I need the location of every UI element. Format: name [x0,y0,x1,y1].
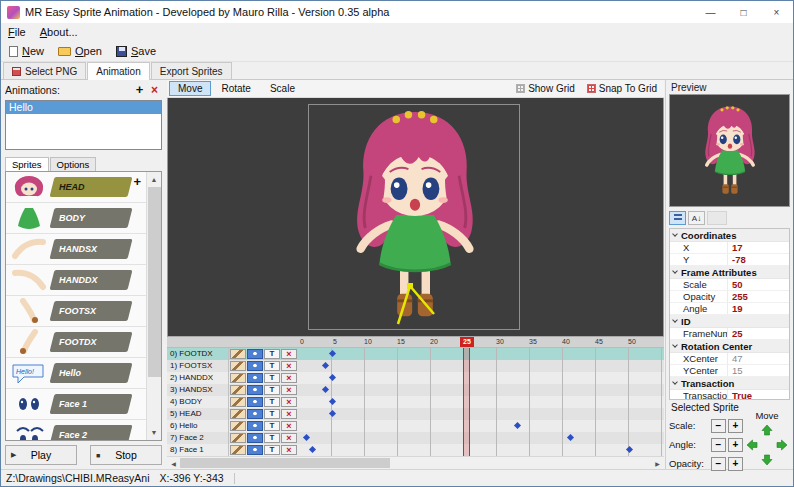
timeline-ruler[interactable]: 05101520253035404550 [167,337,664,348]
minimize-button[interactable]: — [694,1,727,23]
timeline-row-1-footsx[interactable]: 1) FOOTSXT× [167,360,664,372]
property-framenumbe[interactable]: FrameNumbe25 [670,328,789,340]
new-button[interactable]: New [3,44,50,58]
scroll-right-icon[interactable]: ▶ [651,457,664,469]
tab-sprites[interactable]: Sprites [5,157,49,171]
row-delete-button[interactable]: × [281,433,297,443]
property-category-rotation-center[interactable]: Rotation Center [670,340,789,353]
sprite-scroll-track[interactable] [147,187,162,425]
row-visibility-button[interactable] [247,397,263,407]
ruler-tick-30[interactable]: 30 [493,337,507,347]
ruler-tick-40[interactable]: 40 [559,337,573,347]
row-delete-button[interactable]: × [281,445,297,455]
timeline-row-4-body[interactable]: 4) BODYT× [167,396,664,408]
row-transform-button[interactable]: T [264,397,280,407]
move-left-button[interactable] [745,437,760,452]
timeline-track[interactable] [299,348,664,360]
row-delete-button[interactable]: × [281,349,297,359]
tab-animation[interactable]: Animation [87,62,149,80]
tab-select-png[interactable]: Select PNG [3,62,86,79]
ruler-tick-35[interactable]: 35 [526,337,540,347]
sprite-scroll-thumb[interactable] [148,187,161,377]
row-edit-button[interactable] [230,445,246,455]
ruler-tick-20[interactable]: 20 [427,337,441,347]
keyframe-marker[interactable] [567,434,574,441]
row-visibility-button[interactable] [247,433,263,443]
add-animation-button[interactable]: + [132,83,147,98]
row-delete-button[interactable]: × [281,421,297,431]
keyframe-marker[interactable] [329,398,336,405]
property-y[interactable]: Y-78 [670,254,789,266]
timeline-scrollbar[interactable]: ◀ ▶ [167,456,664,469]
row-delete-button[interactable]: × [281,397,297,407]
open-button[interactable]: Open [52,44,108,58]
scroll-down-icon[interactable]: ▼ [147,425,162,440]
keyframe-marker[interactable] [322,386,329,393]
sprite-row-handdx[interactable]: HANDDX [6,265,146,296]
timeline-track[interactable] [299,360,664,372]
play-button[interactable]: ▶ Play [5,445,77,465]
opacity-minus-button[interactable]: − [711,457,726,471]
keyframe-marker[interactable] [514,422,521,429]
sprite-row-footsx[interactable]: FOOTSX [6,296,146,327]
snap-to-grid-button[interactable]: Snap To Grid [582,82,662,95]
alphabetical-sort-button[interactable]: A↓ [688,211,705,225]
scroll-up-icon[interactable]: ▲ [147,172,162,187]
add-keyframe-icon[interactable]: + [133,174,141,189]
timeline-row-7-face-2[interactable]: 7) Face 2T× [167,432,664,444]
scale-plus-button[interactable]: + [728,419,743,433]
row-edit-button[interactable] [230,361,246,371]
property-x[interactable]: X17 [670,242,789,254]
property-transaction[interactable]: TransactionTrue [670,390,789,400]
ruler-tick-15[interactable]: 15 [394,337,408,347]
save-button[interactable]: Save [110,44,162,58]
timeline-row-0-footdx[interactable]: 0) FOOTDXT× [167,348,664,360]
row-transform-button[interactable]: T [264,361,280,371]
row-edit-button[interactable] [230,421,246,431]
sprite-list-scrollbar[interactable]: ▲ ▼ [146,172,161,440]
row-visibility-button[interactable] [247,349,263,359]
delete-animation-button[interactable]: × [147,83,162,98]
row-delete-button[interactable]: × [281,373,297,383]
property-opacity[interactable]: Opacity255 [670,291,789,303]
close-button[interactable]: × [760,1,793,23]
row-visibility-button[interactable] [247,385,263,395]
keyframe-marker[interactable] [329,410,336,417]
keyframe-marker[interactable] [329,350,336,357]
row-visibility-button[interactable] [247,409,263,419]
row-delete-button[interactable]: × [281,409,297,419]
ruler-tick-45[interactable]: 45 [592,337,606,347]
tab-options[interactable]: Options [50,157,97,171]
timeline-scroll-thumb[interactable] [180,458,390,468]
maximize-button[interactable]: □ [727,1,760,23]
move-down-button[interactable] [760,452,775,467]
row-edit-button[interactable] [230,349,246,359]
timeline-track[interactable] [299,444,664,456]
row-visibility-button[interactable] [247,445,263,455]
timeline-row-3-handsx[interactable]: 3) HANDSXT× [167,384,664,396]
timeline-row-5-head[interactable]: 5) HEADT× [167,408,664,420]
tool-rotate-button[interactable]: Rotate [212,81,259,96]
timeline-track[interactable] [299,384,664,396]
sprite-row-hello[interactable]: Hello!Hello [6,358,146,389]
row-edit-button[interactable] [230,373,246,383]
property-category-id[interactable]: ID [670,315,789,328]
animation-canvas[interactable] [167,98,664,336]
keyframe-marker[interactable] [322,362,329,369]
row-transform-button[interactable]: T [264,445,280,455]
row-visibility-button[interactable] [247,373,263,383]
keyframe-marker[interactable] [303,434,310,441]
timeline-row-8-face-1[interactable]: 8) Face 1T× [167,444,664,456]
tab-export-sprites[interactable]: Export Sprites [151,62,232,79]
tool-scale-button[interactable]: Scale [261,81,304,96]
row-edit-button[interactable] [230,397,246,407]
ruler-tick-10[interactable]: 10 [361,337,375,347]
timeline-track[interactable] [299,372,664,384]
row-visibility-button[interactable] [247,361,263,371]
property-ycenter[interactable]: YCenter15 [670,365,789,377]
row-edit-button[interactable] [230,433,246,443]
property-angle[interactable]: Angle19 [670,303,789,315]
angle-plus-button[interactable]: + [728,438,743,452]
row-visibility-button[interactable] [247,421,263,431]
categorized-view-button[interactable] [669,211,686,225]
